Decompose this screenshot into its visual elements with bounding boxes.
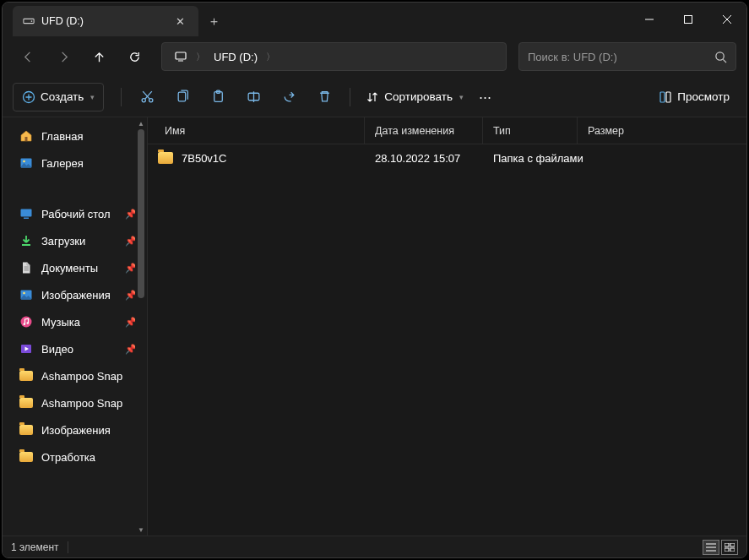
address-bar[interactable]: 〉 UFD (D:) 〉 — [161, 42, 507, 71]
folder-icon — [19, 369, 33, 383]
chevron-right-icon[interactable]: 〉 — [194, 51, 207, 63]
statusbar: 1 элемент — [3, 536, 746, 557]
sidebar-scrollbar[interactable]: ▲ ▼ — [135, 117, 147, 536]
share-button[interactable] — [272, 83, 306, 111]
forward-button[interactable] — [48, 41, 79, 72]
share-icon — [282, 90, 296, 104]
svg-line-9 — [723, 59, 726, 63]
documents-icon — [19, 261, 33, 275]
sidebar-item-home[interactable]: Главная — [6, 122, 144, 150]
svg-point-8 — [716, 52, 724, 59]
tab-title: UFD (D:) — [41, 15, 84, 27]
more-button[interactable]: ⋯ — [472, 83, 498, 111]
search-input[interactable]: Поиск в: UFD (D:) — [518, 42, 736, 71]
column-type[interactable]: Тип — [483, 117, 578, 144]
sidebar-item-label: Главная — [41, 130, 83, 143]
sidebar-item-documents[interactable]: Документы📌 — [6, 254, 144, 281]
create-button[interactable]: Создать ▾ — [13, 83, 104, 111]
svg-rect-27 — [21, 209, 32, 217]
svg-point-35 — [21, 317, 32, 328]
sidebar-item-folder[interactable]: Изображения — [6, 416, 144, 443]
delete-button[interactable] — [307, 83, 341, 111]
titlebar: UFD (D:) ✕ ＋ — [3, 3, 746, 36]
rename-button[interactable] — [236, 83, 270, 111]
sidebar-item-label: Документы — [41, 262, 98, 275]
sidebar-item-folder[interactable]: Ashampoo Snap — [6, 389, 144, 416]
svg-point-34 — [23, 292, 25, 295]
svg-rect-45 — [730, 548, 735, 552]
sidebar-item-label: Изображения — [41, 424, 111, 437]
sidebar-item-folder[interactable]: Отработка — [6, 443, 144, 470]
sidebar-item-label: Отработка — [41, 451, 95, 464]
sort-label: Сортировать — [384, 90, 453, 103]
breadcrumb-location[interactable]: UFD (D:) — [207, 51, 264, 63]
sidebar: ГлавнаяГалерея Рабочий стол📌Загрузки📌Док… — [3, 117, 148, 536]
sort-icon — [366, 90, 379, 104]
cut-button[interactable] — [130, 83, 164, 111]
pc-icon — [167, 50, 194, 63]
svg-rect-3 — [685, 16, 692, 24]
svg-point-36 — [24, 323, 26, 326]
new-tab-button[interactable]: ＋ — [198, 6, 229, 36]
up-button[interactable] — [84, 41, 114, 72]
column-name[interactable]: Имя — [148, 117, 365, 144]
svg-rect-6 — [176, 52, 186, 59]
active-tab[interactable]: UFD (D:) ✕ — [13, 6, 198, 36]
view-icon — [659, 90, 672, 104]
downloads-icon — [19, 234, 33, 247]
file-name: 7B50v1C — [182, 152, 226, 165]
folder-icon — [19, 396, 33, 410]
details-view-button[interactable] — [703, 540, 719, 555]
view-button[interactable]: Просмотр — [652, 83, 736, 111]
svg-rect-28 — [24, 218, 29, 220]
column-size[interactable]: Размер — [578, 117, 654, 144]
navbar: 〉 UFD (D:) 〉 Поиск в: UFD (D:) — [3, 36, 746, 77]
copy-button[interactable] — [166, 83, 199, 111]
minimize-button[interactable] — [630, 3, 669, 36]
search-placeholder: Поиск в: UFD (D:) — [528, 51, 714, 63]
sidebar-item-desktop[interactable]: Рабочий стол📌 — [6, 200, 144, 227]
copy-icon — [176, 90, 190, 104]
svg-rect-42 — [725, 543, 729, 546]
close-tab-button[interactable]: ✕ — [169, 12, 192, 31]
sidebar-item-gallery[interactable]: Галерея — [6, 150, 144, 177]
svg-rect-23 — [666, 92, 670, 102]
svg-point-14 — [149, 99, 152, 102]
sidebar-item-pictures[interactable]: Изображения📌 — [6, 281, 144, 308]
svg-point-37 — [27, 322, 30, 324]
column-date[interactable]: Дата изменения — [365, 117, 483, 144]
chevron-right-icon[interactable]: 〉 — [264, 51, 277, 63]
sidebar-item-downloads[interactable]: Загрузки📌 — [6, 227, 144, 254]
folder-icon — [19, 450, 33, 464]
content-area: ⌃ Имя Дата изменения Тип Размер 7B50v1C2… — [148, 117, 746, 536]
create-label: Создать — [41, 90, 84, 103]
sidebar-item-music[interactable]: Музыка📌 — [6, 308, 144, 335]
search-icon — [714, 51, 727, 63]
paste-icon — [211, 90, 225, 104]
column-headers: ⌃ Имя Дата изменения Тип Размер — [148, 117, 746, 144]
back-button[interactable] — [13, 41, 43, 72]
drive-icon — [23, 15, 35, 27]
svg-point-26 — [23, 160, 25, 163]
rename-icon — [247, 90, 261, 104]
close-window-button[interactable] — [708, 3, 746, 36]
file-row[interactable]: 7B50v1C28.10.2022 15:07Папка с файлами — [148, 144, 746, 171]
view-label: Просмотр — [677, 90, 730, 103]
sidebar-item-folder[interactable]: Ashampoo Snap — [6, 362, 144, 389]
svg-rect-17 — [178, 92, 186, 101]
folder-icon — [158, 152, 173, 164]
thumbnails-view-button[interactable] — [721, 540, 738, 555]
sidebar-item-video[interactable]: Видео📌 — [6, 335, 144, 362]
sort-button[interactable]: Сортировать ▾ — [359, 83, 470, 111]
refresh-button[interactable] — [119, 41, 149, 72]
chevron-down-icon: ▾ — [459, 93, 464, 101]
sidebar-item-label: Рабочий стол — [41, 208, 111, 220]
paste-button[interactable] — [201, 83, 235, 111]
chevron-down-icon: ▾ — [90, 93, 95, 101]
item-count: 1 элемент — [11, 541, 59, 553]
svg-rect-22 — [660, 92, 665, 102]
maximize-button[interactable] — [669, 3, 708, 36]
svg-point-1 — [31, 20, 33, 22]
file-type: Папка с файлами — [483, 152, 610, 165]
sidebar-item-label: Ashampoo Snap — [41, 397, 122, 410]
